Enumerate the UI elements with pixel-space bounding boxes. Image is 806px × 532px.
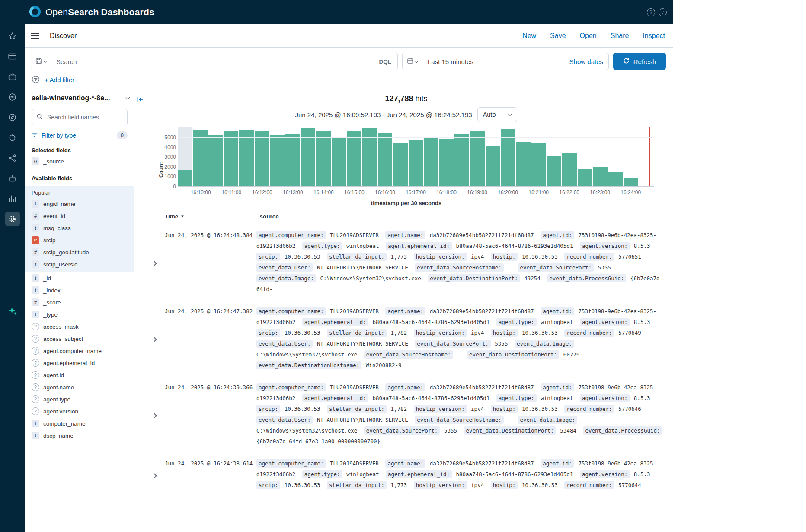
brand[interactable]: OpenSearchDashboards: [29, 5, 154, 19]
field-search-input[interactable]: [46, 113, 123, 121]
field-name: srcip_usersid: [43, 261, 78, 268]
sidebar-icon-briefcase[interactable]: [5, 69, 20, 84]
date-picker-group: Last 15 minutes Show dates: [402, 53, 609, 70]
filter-icon[interactable]: [32, 75, 40, 85]
field-chip: agent.name:: [385, 459, 425, 468]
table-row: Jun 24, 2025 @ 16:24:39.366agent.compute…: [152, 376, 666, 452]
collapse-fields-panel-button[interactable]: [137, 96, 144, 104]
field-item-agent.name[interactable]: ?agent.name: [32, 381, 134, 393]
hits-label: hits: [416, 94, 428, 103]
sidebar-icon-card[interactable]: [5, 49, 20, 64]
index-pattern-selector[interactable]: aella-wineventlog-*-8e...: [32, 94, 134, 102]
field-item-srcip_geo.latitude[interactable]: #srcip_geo.latitude: [32, 246, 127, 258]
field-item-_id[interactable]: t_id: [32, 272, 134, 284]
expand-row-button[interactable]: [152, 458, 165, 490]
filter-by-type[interactable]: Filter by type 0: [32, 131, 134, 139]
header-action-share[interactable]: Share: [611, 32, 629, 40]
chevron-right-icon: [152, 413, 157, 418]
feedback-icon[interactable]: [659, 8, 667, 16]
row-time: Jun 24, 2025 @ 16:24:48.384: [165, 230, 256, 295]
expand-row-button[interactable]: [152, 382, 165, 447]
calendar-icon: [407, 58, 413, 65]
field-chip: event_data.ProcessGuid:: [547, 274, 626, 282]
x-axis-tick-label: 16:18:00: [436, 189, 457, 195]
field-item-agent.computer_name[interactable]: ?agent.computer_name: [32, 345, 134, 357]
add-filter-link[interactable]: + Add filter: [45, 77, 74, 83]
field-item-dscp_name[interactable]: tdscp_name: [32, 429, 134, 442]
date-quick-select-button[interactable]: [403, 53, 422, 70]
field-value: 5770644: [618, 482, 641, 488]
search-input[interactable]: [51, 58, 373, 65]
field-value: {6b7e0a7d-64fd-67e3-1a00-000000000700}: [256, 438, 380, 445]
sidebar-icon-crosshair[interactable]: [5, 130, 20, 145]
field-chip: event_data.SourcePort:: [415, 340, 491, 348]
query-language-button[interactable]: DQL: [373, 58, 398, 65]
field-item-msg_class[interactable]: tmsg_class: [32, 222, 127, 234]
help-icon[interactable]: ?: [647, 8, 655, 16]
field-item-_source[interactable]: {}_source: [32, 155, 134, 167]
field-item-_type[interactable]: t_type: [32, 308, 134, 320]
field-item-agent.version[interactable]: ?agent.version: [32, 405, 134, 417]
field-chip: agent.computer_name:: [256, 307, 326, 315]
field-chip: agent.version:: [580, 470, 630, 478]
show-dates-link[interactable]: Show dates: [564, 58, 608, 65]
field-item-_index[interactable]: t_index: [32, 284, 134, 296]
sidebar-icon-star[interactable]: [5, 29, 20, 43]
x-axis-tick-label: 16:21:00: [528, 189, 549, 195]
field-item-srcip[interactable]: IPsrcip: [32, 234, 127, 246]
sidebar-icon-sparkle[interactable]: [5, 304, 20, 318]
field-value: b80aa748-5ac6-4644-8786-6293e1d405d1: [456, 471, 573, 478]
row-time: Jun 24, 2025 @ 16:24:38.614: [165, 458, 256, 490]
header-action-new[interactable]: New: [522, 32, 536, 40]
field-item-agent.ephemeral_id[interactable]: ?agent.ephemeral_id: [32, 357, 134, 369]
field-value: 10.36.30.53: [522, 253, 558, 260]
field-name: dscp_name: [43, 433, 74, 439]
field-value: ipv4: [471, 406, 484, 412]
expand-row-button[interactable]: [152, 230, 165, 295]
field-value: winlogbeat: [346, 471, 379, 478]
field-value: 8.5.3: [634, 471, 650, 478]
header-action-open[interactable]: Open: [580, 32, 597, 40]
menu-icon[interactable]: [31, 33, 39, 39]
saved-queries-button[interactable]: [31, 53, 51, 70]
topbar-actions: ?: [647, 8, 667, 16]
sidebar-icon-chart[interactable]: [5, 191, 20, 206]
field-chip: event_data.SourceHostname:: [364, 350, 453, 359]
sidebar-icon-gear[interactable]: [5, 212, 20, 226]
field-item-agent.type[interactable]: ?agent.type: [32, 393, 134, 405]
field-value: 1,773: [390, 482, 407, 488]
t-field-type-icon: t: [32, 224, 39, 232]
field-value: 49254: [524, 275, 541, 282]
breadcrumb-bar: Discover NewSaveOpenShareInspect: [25, 24, 673, 48]
sidebar-icon-network[interactable]: [5, 151, 20, 165]
header-action-inspect[interactable]: Inspect: [643, 32, 665, 40]
field-item-event_id[interactable]: #event_id: [32, 210, 127, 222]
header-action-save[interactable]: Save: [550, 32, 566, 40]
field-chip: agent.name:: [385, 383, 425, 391]
sidebar-icon-compass[interactable]: [5, 110, 20, 125]
doc-table-body: Jun 24, 2025 @ 16:24:48.384agent.compute…: [152, 224, 666, 532]
refresh-button[interactable]: Refresh: [613, 53, 666, 70]
sidenav: [0, 24, 25, 532]
field-item-agent.id[interactable]: ?agent.id: [32, 369, 134, 381]
sidebar-icon-pulse[interactable]: [5, 90, 20, 104]
sidebar-icon-robot[interactable]: [5, 171, 20, 186]
field-value: da32b72689e54bb582721f721df68d87: [430, 232, 534, 238]
field-item-computer_name[interactable]: tcomputer_name: [32, 417, 134, 429]
field-value: TLU2019ADSERVER: [330, 308, 379, 314]
field-chip: hostip_version:: [414, 405, 467, 413]
time-range-value[interactable]: Last 15 minutes: [422, 58, 564, 65]
field-item-_score[interactable]: #_score: [32, 296, 134, 308]
expand-row-button[interactable]: [152, 306, 165, 371]
field-item-srcip_usersid[interactable]: tsrcip_usersid: [32, 258, 127, 270]
x-axis-tick-label: 16:17:00: [406, 189, 426, 195]
field-chip: record_number:: [564, 329, 614, 337]
field-item-engid_name[interactable]: tengid_name: [32, 198, 127, 210]
time-column-header[interactable]: Time: [165, 213, 256, 220]
search-icon: [36, 113, 43, 121]
field-value: 5770651: [618, 253, 641, 260]
field-name: srcip_geo.latitude: [43, 249, 89, 256]
field-item-access_subject[interactable]: ?access_subject: [32, 333, 134, 345]
field-item-access_mask[interactable]: ?access_mask: [32, 320, 134, 333]
interval-select[interactable]: Auto: [477, 107, 518, 122]
